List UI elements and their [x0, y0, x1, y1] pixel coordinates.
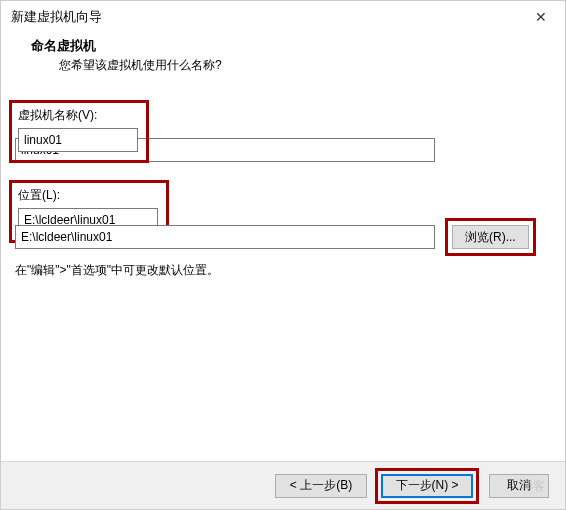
vm-name-input[interactable]: [18, 128, 138, 152]
highlight-vm-name: 虚拟机名称(V):: [9, 100, 149, 163]
vm-location-group: 位置(L): 浏览(R)... 在"编辑">"首选项"中可更改默认位置。: [15, 180, 551, 279]
wizard-content: 虚拟机名称(V): 位置(L): 浏览(R)... 在"编辑">"首选项"中可更…: [1, 88, 565, 279]
browse-button[interactable]: 浏览(R)...: [452, 225, 529, 249]
vm-location-label: 位置(L):: [18, 187, 160, 204]
highlight-browse: 浏览(R)...: [445, 218, 536, 256]
page-subtitle: 您希望该虚拟机使用什么名称?: [31, 57, 555, 74]
page-title: 命名虚拟机: [31, 37, 555, 55]
highlight-next: 下一步(N) >: [375, 468, 479, 504]
cancel-button[interactable]: 取消: [489, 474, 549, 498]
back-button[interactable]: < 上一步(B): [275, 474, 367, 498]
close-icon[interactable]: ✕: [527, 7, 555, 27]
wizard-header: 命名虚拟机 您希望该虚拟机使用什么名称?: [1, 31, 565, 88]
location-hint: 在"编辑">"首选项"中可更改默认位置。: [15, 262, 551, 279]
window-title: 新建虚拟机向导: [11, 8, 102, 26]
title-bar: 新建虚拟机向导 ✕: [1, 1, 565, 31]
wizard-footer: < 上一步(B) 下一步(N) > 取消: [1, 461, 565, 509]
vm-location-input[interactable]: [15, 225, 435, 249]
vm-name-label: 虚拟机名称(V):: [18, 107, 140, 124]
vm-name-group: 虚拟机名称(V):: [15, 100, 551, 162]
next-button[interactable]: 下一步(N) >: [381, 474, 473, 498]
